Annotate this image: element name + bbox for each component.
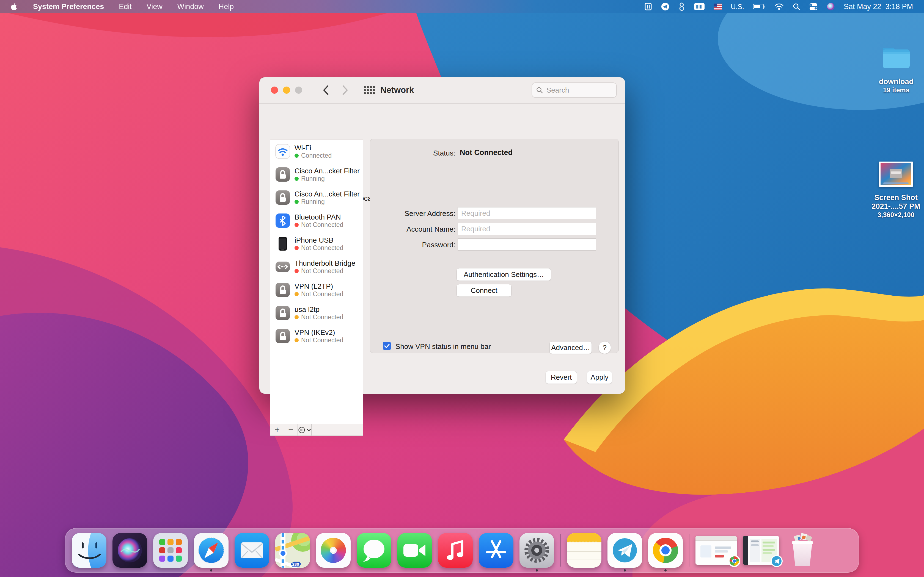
service-actions-button[interactable] xyxy=(298,424,312,435)
chevron-down-icon xyxy=(307,428,311,432)
dock-music-icon[interactable] xyxy=(438,533,473,568)
revert-button[interactable]: Revert xyxy=(546,371,577,384)
dock-trash-icon[interactable] xyxy=(785,533,820,568)
window-titlebar[interactable]: Network xyxy=(259,77,625,103)
lock-icon xyxy=(275,167,290,182)
menu-view[interactable]: View xyxy=(147,2,163,11)
iphone-icon xyxy=(275,236,290,251)
menu-help[interactable]: Help xyxy=(219,2,234,11)
desktop-icon-screenshot-size: 3,360×2,100 xyxy=(863,211,924,219)
dock-system-preferences-icon[interactable] xyxy=(520,533,554,568)
password-input[interactable] xyxy=(457,239,596,251)
bluetooth-icon xyxy=(275,213,290,228)
dock-messages-icon[interactable] xyxy=(357,533,391,568)
forward-button[interactable] xyxy=(339,84,351,96)
dock-photos-icon[interactable] xyxy=(316,533,351,568)
dock-launchpad-icon[interactable] xyxy=(153,533,188,568)
status-dot xyxy=(294,292,299,296)
menu-window[interactable]: Window xyxy=(178,2,204,11)
authentication-settings-button[interactable]: Authentication Settings… xyxy=(457,268,551,281)
input-source-label[interactable]: U.S. xyxy=(731,3,744,11)
help-button[interactable]: ? xyxy=(598,341,611,354)
service-row-iphone-usb[interactable]: iPhone USB Not Connected xyxy=(270,232,363,255)
desktop-icon-screenshot[interactable] xyxy=(879,161,913,187)
parallels-menubar-icon[interactable] xyxy=(645,0,652,13)
status-dot xyxy=(294,315,299,319)
menu-edit[interactable]: Edit xyxy=(119,2,132,11)
service-row-vpn-ikev2[interactable]: VPN (IKEv2) Not Connected xyxy=(270,324,363,348)
remove-service-button[interactable]: − xyxy=(284,424,298,435)
apply-button[interactable]: Apply xyxy=(587,371,612,384)
service-row-usa-l2tp[interactable]: usa l2tp Not Connected xyxy=(270,301,363,324)
connect-button[interactable]: Connect xyxy=(457,284,512,297)
advanced-button[interactable]: Advanced… xyxy=(549,341,592,354)
service-row-cisco-filter-2[interactable]: Cisco An...cket Filter Running xyxy=(270,186,363,209)
menubar-clock[interactable]: Sat May 22 3:18 PM xyxy=(844,2,913,11)
status-dot xyxy=(294,246,299,250)
server-address-input[interactable] xyxy=(457,207,596,219)
siri-menubar-icon[interactable] xyxy=(827,0,835,13)
service-row-cisco-filter-1[interactable]: Cisco An...cket Filter Running xyxy=(270,163,363,186)
desktop-icon-download-folder[interactable] xyxy=(880,41,913,73)
server-address-label: Server Address: xyxy=(373,210,456,218)
search-icon xyxy=(536,87,543,94)
connection-detail-panel: Status: Not Connected Server Address: Ac… xyxy=(370,139,619,353)
service-row-thunderbolt-bridge[interactable]: Thunderbolt Bridge Not Connected xyxy=(270,255,363,278)
minimize-window-button[interactable] xyxy=(283,87,290,94)
trash-can xyxy=(792,541,813,566)
show-vpn-status-label[interactable]: Show VPN status in menu bar xyxy=(396,342,491,351)
service-row-wifi[interactable]: Wi-Fi Connected xyxy=(270,140,363,163)
dock-siri-icon[interactable] xyxy=(113,533,147,568)
running-indicator xyxy=(210,569,212,572)
notes-header xyxy=(567,533,601,542)
sidebar-controls: + − xyxy=(270,424,363,435)
dock-divider xyxy=(689,534,690,567)
input-source-flag-icon[interactable] xyxy=(714,0,722,13)
menu-app-name[interactable]: System Preferences xyxy=(33,2,104,11)
dock-finder-icon[interactable] xyxy=(72,533,107,568)
control-center-icon[interactable] xyxy=(809,0,818,13)
dock-app-store-icon[interactable] xyxy=(479,533,514,568)
lock-icon xyxy=(275,306,290,321)
dock: 280 xyxy=(65,528,859,572)
status-dot xyxy=(294,200,299,204)
thunderbolt-bridge-icon xyxy=(275,259,290,274)
zoom-window-button[interactable] xyxy=(295,87,302,94)
wifi-icon xyxy=(275,144,290,159)
show-vpn-status-checkbox[interactable] xyxy=(383,342,391,350)
service-row-bluetooth-pan[interactable]: Bluetooth PAN Not Connected xyxy=(270,209,363,232)
search-input[interactable] xyxy=(546,86,607,95)
dock-telegram-icon[interactable] xyxy=(607,533,642,568)
desktop-icon-download-label[interactable]: download xyxy=(863,77,924,86)
spotlight-icon[interactable] xyxy=(793,0,800,13)
app-menubar-icon[interactable] xyxy=(678,0,685,13)
add-service-button[interactable]: + xyxy=(270,424,284,435)
battery-icon[interactable] xyxy=(753,0,766,13)
dock-notes-icon[interactable] xyxy=(567,533,601,568)
wifi-menubar-icon[interactable] xyxy=(774,0,784,13)
account-name-input[interactable] xyxy=(457,223,596,235)
dock-chrome-icon[interactable] xyxy=(648,533,683,568)
desktop-icon-screenshot-label1[interactable]: Screen Shot xyxy=(863,193,924,202)
back-button[interactable] xyxy=(320,84,332,96)
search-field[interactable] xyxy=(531,82,617,98)
telegram-badge-icon xyxy=(770,555,783,567)
chrome-badge-icon xyxy=(728,555,741,567)
folder-icon xyxy=(880,41,913,73)
telegram-menubar-icon[interactable] xyxy=(661,0,670,13)
show-all-preferences-icon[interactable] xyxy=(364,86,375,94)
touchbar-menubar-icon[interactable] xyxy=(694,0,705,13)
dock-chrome-minimized-window[interactable] xyxy=(695,536,737,565)
dock-safari-icon[interactable] xyxy=(194,533,229,568)
window-title: Network xyxy=(380,85,414,95)
close-window-button[interactable] xyxy=(271,87,278,94)
desktop-icon-download-count: 19 items xyxy=(863,86,924,94)
dock-facetime-icon[interactable] xyxy=(397,533,432,568)
dock-maps-icon[interactable]: 280 xyxy=(275,533,310,568)
more-actions-icon xyxy=(298,426,305,434)
services-sidebar: Wi-Fi Connected Cisco An...cket Filter R… xyxy=(270,140,363,436)
dock-mail-icon[interactable] xyxy=(234,533,269,568)
dock-telegram-minimized-window[interactable] xyxy=(743,536,779,565)
service-row-vpn-l2tp[interactable]: VPN (L2TP) Not Connected xyxy=(270,278,363,301)
apple-menu-icon[interactable] xyxy=(10,0,18,13)
